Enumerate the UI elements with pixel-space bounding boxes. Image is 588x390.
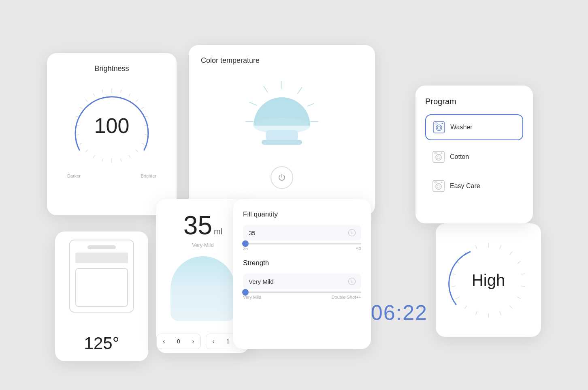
brightness-title: Brightness — [94, 64, 129, 73]
strength-row: Very Mild i — [243, 274, 361, 289]
strength-track[interactable] — [243, 291, 361, 293]
svg-line-51 — [510, 252, 512, 255]
high-dial-container[interactable]: High — [448, 240, 529, 321]
svg-line-17 — [76, 135, 79, 135]
svg-line-19 — [76, 116, 79, 117]
svg-line-54 — [521, 286, 525, 287]
diffuser-amount: 35 ml — [183, 210, 222, 240]
svg-rect-47 — [435, 182, 437, 183]
svg-line-52 — [517, 261, 521, 264]
color-temperature-title: Color temperature — [197, 56, 260, 65]
fill-quantity-info[interactable]: i — [348, 229, 356, 236]
svg-line-55 — [517, 297, 521, 299]
svg-line-53 — [521, 274, 525, 274]
program-item-washer[interactable]: Washer — [425, 114, 523, 140]
brightness-dial[interactable]: 100 — [67, 81, 156, 170]
fill-max: 60 — [356, 246, 361, 251]
svg-point-35 — [436, 125, 442, 131]
svg-line-16 — [79, 143, 82, 144]
svg-line-11 — [121, 159, 121, 162]
fill-quantity-track[interactable] — [243, 243, 361, 244]
svg-line-3 — [136, 99, 138, 102]
svg-line-9 — [136, 150, 138, 152]
svg-line-26 — [307, 103, 314, 106]
washer-icon-cotton — [432, 150, 445, 163]
fill-quantity-title: Fill quantity — [243, 210, 361, 219]
high-dial-value: High — [472, 271, 505, 289]
stepper-2-prev[interactable]: ‹ — [206, 334, 221, 349]
svg-line-59 — [476, 311, 477, 315]
oven-temperature: 125° — [84, 334, 119, 353]
svg-line-14 — [93, 155, 95, 158]
svg-point-38 — [442, 123, 443, 124]
svg-rect-42 — [435, 152, 437, 154]
power-icon — [277, 173, 286, 182]
svg-line-56 — [510, 306, 512, 309]
svg-line-10 — [129, 155, 130, 158]
strength-title: Strength — [243, 259, 361, 267]
stepper-1-prev[interactable]: ‹ — [157, 334, 171, 349]
svg-line-1 — [121, 90, 121, 93]
program-item-easy-care[interactable]: Easy Care — [425, 174, 523, 199]
power-button-container — [271, 166, 293, 189]
svg-line-57 — [500, 311, 501, 315]
fill-quantity-row: 35 i — [243, 225, 361, 240]
program-card: Program Washer Cotton — [415, 86, 533, 223]
program-title: Program — [425, 97, 523, 106]
strength-thumb[interactable] — [242, 289, 249, 296]
svg-line-27 — [264, 86, 268, 92]
power-button[interactable] — [271, 166, 293, 189]
strength-info[interactable]: i — [348, 278, 356, 285]
sun-icon — [241, 77, 322, 158]
oven-icon — [69, 240, 134, 313]
svg-line-2 — [129, 93, 130, 96]
svg-line-61 — [456, 297, 460, 299]
svg-line-66 — [476, 245, 477, 249]
svg-line-23 — [102, 90, 103, 93]
svg-line-63 — [452, 274, 456, 274]
dial-label-darker: Darker — [67, 174, 81, 178]
svg-rect-37 — [435, 123, 437, 124]
brightness-card: Brightness — [47, 53, 177, 215]
brightness-value: 100 — [94, 114, 130, 138]
svg-line-20 — [79, 107, 82, 109]
fill-quantity-thumb[interactable] — [242, 240, 249, 247]
svg-line-5 — [145, 116, 148, 117]
svg-rect-33 — [262, 140, 302, 145]
svg-line-13 — [102, 159, 103, 162]
svg-line-8 — [141, 143, 144, 144]
oven-handle — [87, 245, 116, 249]
svg-line-21 — [85, 99, 88, 102]
diffuser-visual — [170, 256, 235, 321]
svg-line-60 — [464, 306, 467, 309]
program-item-cotton[interactable]: Cotton — [425, 144, 523, 169]
dial-labels: Darker Brighter — [67, 174, 156, 178]
high-dial-card: High — [436, 223, 541, 337]
svg-line-62 — [452, 286, 456, 287]
svg-point-48 — [441, 182, 443, 183]
diffuser-number: 35 — [183, 210, 212, 240]
diffuser-label: Very Mild — [192, 242, 213, 248]
color-temperature-card: Color temperature — [189, 45, 375, 215]
oven-card: 125° — [55, 231, 148, 361]
washer-icon-easy-care — [432, 180, 445, 193]
dial-label-brighter: Brighter — [141, 174, 156, 178]
diffuser-unit: ml — [214, 227, 222, 236]
stepper-1-value: 0 — [171, 338, 186, 345]
svg-point-43 — [441, 152, 443, 154]
svg-line-4 — [141, 107, 144, 109]
svg-line-7 — [145, 135, 148, 135]
svg-line-50 — [500, 245, 501, 249]
program-easy-care-label: Easy Care — [450, 182, 480, 190]
stepper-1-next[interactable]: › — [186, 334, 200, 349]
fill-quantity-value: 35 — [249, 229, 256, 236]
strength-value: Very Mild — [249, 278, 274, 285]
svg-line-15 — [85, 150, 88, 152]
washer-icon-washer — [432, 121, 445, 134]
svg-line-25 — [297, 87, 302, 94]
strength-max: Double Shot++ — [332, 295, 361, 300]
fill-range-labels: 35 60 — [243, 246, 361, 251]
strength-range-labels: Very Mild Double Shot++ — [243, 295, 361, 300]
svg-line-22 — [93, 93, 95, 96]
svg-point-46 — [437, 185, 440, 188]
